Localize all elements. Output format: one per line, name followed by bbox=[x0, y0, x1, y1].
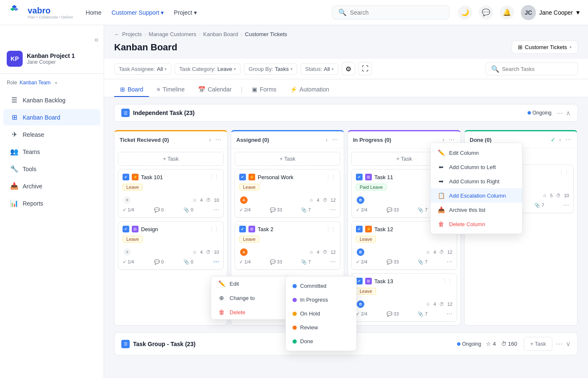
page-header: Kanban Board ⊞ Customer Tickets ▾ bbox=[104, 41, 588, 59]
bottom-group-collapse-icon[interactable]: ∨ bbox=[566, 340, 571, 348]
messages-icon[interactable]: 💬 bbox=[479, 5, 493, 20]
filter-settings-button[interactable]: ⚙ bbox=[342, 62, 355, 76]
task-search-input[interactable] bbox=[502, 66, 572, 72]
nav-project[interactable]: Project ▾ bbox=[174, 9, 197, 16]
status-review[interactable]: Review bbox=[286, 321, 356, 334]
sidebar-item-reports[interactable]: 📊 Reports bbox=[3, 195, 100, 211]
bottom-group-more-icon[interactable]: ⋯ bbox=[556, 340, 562, 348]
status-on-hold[interactable]: On Hold bbox=[286, 307, 356, 321]
task-stats: ☆4 ⏱12 bbox=[426, 302, 452, 307]
task-more-button[interactable]: ⋯ bbox=[447, 310, 452, 317]
col-menu-edit[interactable]: ✏️ Edit Column bbox=[431, 146, 522, 160]
col-menu-add-right[interactable]: ➡ Add Column to Right bbox=[431, 174, 522, 188]
col-menu-add-escalation[interactable]: 📋 Add Escalation Column bbox=[431, 188, 522, 203]
task-more-button[interactable]: ⋯ bbox=[213, 206, 219, 213]
col-body-ticket: + Task ✔ ⚡ Task 101 ⋮⋮ Lea bbox=[115, 149, 227, 273]
category-dropdown-icon: ▾ bbox=[234, 67, 236, 71]
groupby-filter[interactable]: Group By: Tasks ▾ bbox=[244, 63, 297, 75]
category-filter[interactable]: Task Category: Leave ▾ bbox=[175, 63, 240, 75]
task-drag-icon[interactable]: ⋮⋮ bbox=[326, 226, 336, 232]
add-task-assigned[interactable]: + Task bbox=[235, 152, 340, 166]
col-more-ticket[interactable]: ⋯ bbox=[214, 136, 222, 144]
breadcrumb-manage-customers[interactable]: Manage Customers bbox=[149, 31, 196, 37]
sidebar-item-release[interactable]: ✈ Release bbox=[3, 126, 100, 143]
status-in-progress[interactable]: In Progress bbox=[286, 293, 356, 307]
task-search[interactable]: 🔍 bbox=[486, 63, 578, 76]
sidebar-item-kanban-board[interactable]: ⊞ Kanban Board bbox=[3, 109, 100, 125]
task-avatars: A bbox=[239, 196, 246, 205]
assignee-filter[interactable]: Task Assignee: All ▾ bbox=[114, 63, 171, 75]
tab-board[interactable]: ⊞ Board bbox=[114, 83, 149, 97]
breadcrumb-projects[interactable]: Projects bbox=[122, 31, 142, 37]
fullscreen-button[interactable]: ⛶ bbox=[358, 62, 372, 76]
notifications-icon[interactable]: 🔔 bbox=[500, 5, 514, 20]
task-drag-icon[interactable]: ⋮⋮ bbox=[209, 174, 219, 180]
task-title: ✔ ⊞ Design bbox=[123, 226, 158, 232]
task-drag-icon[interactable]: ⋮⋮ bbox=[209, 226, 219, 232]
status-done[interactable]: Done bbox=[286, 334, 356, 348]
dark-mode-toggle[interactable]: 🌙 bbox=[458, 5, 472, 20]
task-stats: ☆4 ⏱12 bbox=[426, 250, 452, 255]
tab-automation[interactable]: ⚡ Automation bbox=[284, 83, 335, 97]
col-more-done[interactable]: ⋯ bbox=[564, 136, 572, 144]
status-committed[interactable]: Committed bbox=[286, 279, 356, 293]
role-label: Role bbox=[7, 80, 17, 86]
nav-home[interactable]: Home bbox=[86, 9, 101, 16]
collapse-sidebar-button[interactable]: « bbox=[94, 35, 99, 44]
groupby-dropdown-icon: ▾ bbox=[290, 67, 293, 71]
col-collapse-ticket[interactable]: ‹ bbox=[208, 136, 212, 144]
tab-calendar[interactable]: 📅 Calendar bbox=[192, 83, 238, 97]
ctx-edit[interactable]: ✏️ Edit bbox=[211, 276, 294, 291]
col-menu-add-left[interactable]: ⬅ Add Column to Left bbox=[431, 160, 522, 174]
task-name: Personal Work bbox=[258, 174, 293, 180]
col-collapse-done[interactable]: ‹ bbox=[558, 136, 562, 144]
logo[interactable]: vabro Plan • Collaborate • Deliver bbox=[8, 5, 73, 20]
task-more-button[interactable]: ⋯ bbox=[563, 202, 569, 209]
breadcrumb-back-icon[interactable]: ← bbox=[114, 31, 120, 37]
task-stats: ☆ 4 ⏱ 10 bbox=[193, 198, 219, 203]
ctx-change-to[interactable]: ⊕ Change to › bbox=[211, 291, 294, 305]
task-drag-icon[interactable]: ⋮⋮ bbox=[326, 174, 336, 180]
view-selector[interactable]: ⊞ Customer Tickets ▾ bbox=[512, 41, 578, 54]
col-menu-delete[interactable]: 🗑 Delete Column bbox=[431, 217, 522, 231]
col-collapse-assigned[interactable]: ‹ bbox=[325, 136, 329, 144]
col-menu-archive[interactable]: 📥 Archive this list bbox=[431, 203, 522, 217]
col-actions-ticket: ‹ ⋯ bbox=[208, 136, 222, 144]
task-stats: ☆4 ⏱12 bbox=[309, 250, 336, 255]
col-more-assigned[interactable]: ⋯ bbox=[331, 136, 339, 144]
user-menu[interactable]: JC Jane Cooper ▾ bbox=[521, 5, 580, 20]
sidebar-item-label: Reports bbox=[23, 200, 43, 207]
task-more-button[interactable]: ⋯ bbox=[330, 258, 336, 265]
nav-customer-support[interactable]: Customer Support ▾ bbox=[112, 9, 164, 16]
calendar-tab-icon: 📅 bbox=[198, 86, 205, 93]
sidebar-item-teams[interactable]: 👥 Teams bbox=[3, 143, 100, 160]
task-drag-icon[interactable]: ⋮⋮ bbox=[442, 278, 452, 284]
task-more-button[interactable]: ⋯ bbox=[447, 258, 452, 265]
onhold-dot bbox=[293, 312, 297, 316]
sidebar-item-tools[interactable]: 🔧 Tools bbox=[3, 161, 100, 177]
sidebar-item-kanban-backlog[interactable]: ☰ Kanban Backlog bbox=[3, 92, 100, 108]
search-input[interactable] bbox=[350, 9, 443, 16]
global-search[interactable]: 🔍 bbox=[332, 5, 449, 19]
group-more-icon[interactable]: ⋯ bbox=[557, 109, 563, 117]
group-collapse-icon[interactable]: ∧ bbox=[566, 109, 571, 117]
add-left-icon: ⬅ bbox=[437, 164, 445, 170]
breadcrumb-kanban-board[interactable]: Kanban Board bbox=[203, 31, 238, 37]
ctx-delete[interactable]: 🗑 Delete bbox=[211, 305, 294, 319]
task-badge: Leave bbox=[239, 236, 259, 242]
add-task-ticket[interactable]: + Task bbox=[118, 152, 224, 166]
task-avatar-add[interactable]: + bbox=[123, 196, 132, 205]
status-filter[interactable]: Status: All ▾ bbox=[301, 63, 338, 75]
status-inprogress-label: In Progress bbox=[300, 297, 328, 303]
bottom-add-task-button[interactable]: + Task bbox=[524, 337, 552, 351]
task-avatar-add[interactable]: + bbox=[123, 248, 132, 257]
sidebar-project[interactable]: KP Kanban Project 1 Jane Cooper bbox=[0, 47, 104, 74]
task-drag-icon[interactable]: ⋮⋮ bbox=[559, 169, 569, 175]
tab-forms[interactable]: ▣ Forms bbox=[246, 83, 282, 97]
task-more-button[interactable]: ⋯ bbox=[213, 258, 219, 265]
sidebar-item-archive[interactable]: 📥 Archive bbox=[3, 178, 100, 194]
tab-timeline[interactable]: ≡ Timeline bbox=[151, 83, 191, 97]
tab-timeline-label: Timeline bbox=[163, 86, 185, 93]
task-more-button[interactable]: ⋯ bbox=[330, 206, 336, 213]
sidebar-role[interactable]: Role Kanban Team ▾ bbox=[0, 77, 104, 88]
